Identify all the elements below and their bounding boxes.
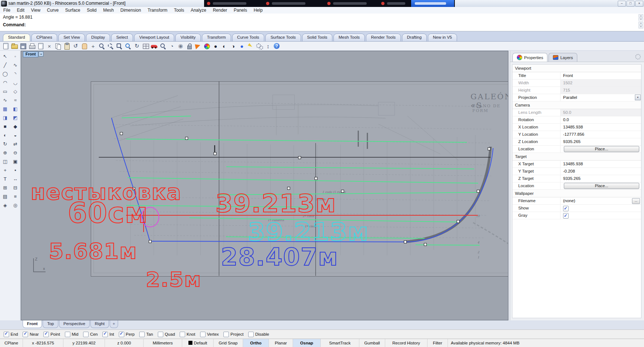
zoom-selected-icon[interactable]: [124, 42, 132, 50]
toolbar-tab[interactable]: Surface Tools: [265, 34, 301, 41]
array-icon[interactable]: ⊞: [0, 184, 10, 192]
osnap-toggle[interactable]: ✓ Perp: [119, 332, 134, 337]
place-button[interactable]: Place...: [564, 146, 639, 152]
osnap-toggle[interactable]: ✓ Disable: [248, 332, 269, 337]
osnap-toggle[interactable]: ✓ Vertex: [200, 332, 219, 337]
viewport-tab-front[interactable]: Front: [23, 320, 42, 328]
toggle-grid-snap[interactable]: Grid Snap: [214, 339, 243, 347]
status-cplane[interactable]: CPlane: [0, 339, 23, 347]
copy-icon[interactable]: [54, 42, 62, 50]
arc-icon[interactable]: ◝: [11, 70, 20, 78]
zoom-dynamic-icon[interactable]: [98, 42, 106, 50]
layers-tool-icon[interactable]: ▤: [0, 192, 10, 201]
panel-checkbox[interactable]: ✓: [563, 206, 569, 211]
toolbar-tab[interactable]: Transform: [202, 34, 231, 41]
curve-icon[interactable]: ∿: [11, 61, 20, 69]
uvn-move-icon[interactable]: ↕: [264, 42, 272, 50]
toggle-gumball[interactable]: Gumball: [359, 339, 385, 347]
viewport-tab-top[interactable]: Top: [43, 320, 58, 328]
osnap-toggle[interactable]: ✓ Knot: [180, 332, 195, 337]
control-point-handle[interactable]: [424, 243, 427, 246]
property-row[interactable]: X Location 13485.938: [512, 124, 641, 131]
toggle-ortho[interactable]: Ortho: [243, 339, 269, 347]
options-gears-icon[interactable]: [255, 42, 263, 50]
viewport-tab-right[interactable]: Right: [90, 320, 109, 328]
render-icon[interactable]: [194, 42, 202, 50]
zoom-dashed-icon[interactable]: [107, 42, 114, 50]
help-icon[interactable]: ?: [273, 42, 281, 50]
osnap-toggle[interactable]: ✓ Int: [102, 332, 114, 337]
toggle-record-history[interactable]: Record History: [385, 339, 428, 347]
maximize-button[interactable]: □: [627, 1, 635, 7]
control-point-handle[interactable]: [214, 152, 216, 155]
rectangle-icon[interactable]: ▭: [0, 87, 10, 96]
status-z-coordinate[interactable]: z 0.000: [105, 339, 144, 347]
control-point-handle[interactable]: [298, 156, 301, 159]
point-icon[interactable]: ◦: [11, 52, 20, 61]
osnap-toggle[interactable]: ✓ Mid: [65, 332, 79, 337]
menu-item[interactable]: File: [0, 8, 13, 13]
property-row[interactable]: Location Place...: [512, 146, 641, 153]
control-point-handle[interactable]: [457, 220, 460, 223]
loft-icon[interactable]: ◩: [11, 113, 20, 122]
text-icon[interactable]: T: [0, 175, 10, 183]
pan-hand-icon[interactable]: [81, 42, 88, 50]
menu-item[interactable]: Curve: [44, 8, 62, 13]
property-row[interactable]: Location Place...: [512, 182, 641, 190]
menu-item[interactable]: Panels: [230, 8, 250, 13]
osnap-checkbox[interactable]: ✓: [43, 332, 49, 337]
menu-item[interactable]: Surface: [62, 8, 83, 13]
control-point-handle[interactable]: [120, 132, 123, 135]
curve2-icon[interactable]: ◡: [11, 78, 20, 87]
osnap-checkbox[interactable]: ✓: [158, 332, 163, 337]
panel-checkbox[interactable]: ✓: [563, 213, 569, 219]
gumball-icon[interactable]: ◉: [177, 42, 184, 50]
menu-item[interactable]: Edit: [13, 8, 28, 13]
osnap-toggle[interactable]: ✓ Cen: [83, 332, 98, 337]
toolbar-tab[interactable]: Visibility: [175, 34, 200, 41]
polygon-icon[interactable]: ◇: [11, 87, 20, 96]
property-row[interactable]: Gray ✓: [512, 212, 641, 219]
gem-icon[interactable]: ◈: [0, 201, 10, 209]
command-prompt[interactable]: Command: ▲ ▼: [0, 21, 644, 32]
osnap-checkbox[interactable]: ✓: [139, 332, 145, 337]
osnap-toggle[interactable]: ✓ Point: [43, 332, 60, 337]
toolbar-tab[interactable]: Drafting: [402, 34, 427, 41]
color-wheel-icon[interactable]: [203, 42, 211, 50]
toolbar-tab[interactable]: Render Tools: [366, 34, 401, 41]
rendered-sphere-icon[interactable]: ●: [238, 42, 246, 50]
fillet-icon[interactable]: ◐: [0, 131, 10, 139]
command-prompt-label[interactable]: Command:: [0, 21, 644, 29]
toolbar-tab[interactable]: Display: [86, 34, 110, 41]
osnap-checkbox[interactable]: ✓: [65, 332, 70, 337]
osnap-checkbox[interactable]: ✓: [102, 332, 108, 337]
solid-box-icon[interactable]: ■: [0, 122, 10, 131]
boolean-union-icon[interactable]: ⊕: [0, 149, 10, 157]
browse-file-button[interactable]: ...: [632, 198, 640, 204]
control-point-handle[interactable]: [341, 190, 344, 193]
menu-item[interactable]: Tools: [171, 8, 187, 13]
boolean-diff-icon[interactable]: ⊖: [11, 149, 20, 157]
toolbar-tab[interactable]: Solid Tools: [302, 34, 332, 41]
blend-icon[interactable]: ◒: [11, 131, 20, 139]
property-row[interactable]: Width 1502: [512, 80, 641, 87]
zoom-window-icon[interactable]: [116, 42, 123, 50]
property-row[interactable]: Z Location 9335.265: [512, 138, 641, 146]
command-prompt-scroll[interactable]: ▲ ▼: [639, 22, 643, 28]
menu-item[interactable]: Analyze: [187, 8, 210, 13]
toolbar-tab[interactable]: Mesh Tools: [333, 34, 365, 41]
menu-item[interactable]: Dimension: [117, 8, 144, 13]
property-row[interactable]: Projection Parallel ▼: [512, 94, 641, 101]
surface-icon[interactable]: ▦: [0, 105, 10, 113]
status-filter[interactable]: Filter: [428, 339, 448, 347]
viewport-title-label[interactable]: Front: [23, 51, 38, 57]
control-point-handle[interactable]: [185, 137, 188, 140]
viewport-tab-perspective[interactable]: Perspective: [59, 320, 90, 328]
lock-icon[interactable]: [186, 42, 193, 50]
menu-item[interactable]: Help: [250, 8, 266, 13]
mirror-icon[interactable]: ⇄: [11, 140, 20, 148]
control-point-handle[interactable]: [488, 147, 491, 150]
status-layer[interactable]: Default: [182, 339, 214, 347]
sweep-icon[interactable]: ◨: [0, 113, 10, 122]
property-row[interactable]: Lens Length 50.0: [512, 109, 641, 116]
